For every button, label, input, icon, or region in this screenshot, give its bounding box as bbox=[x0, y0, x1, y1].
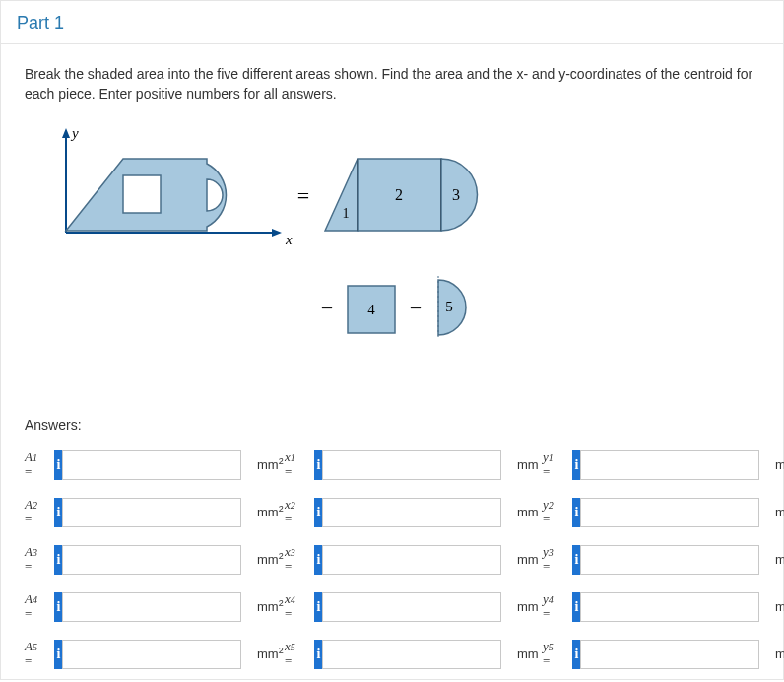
area-input-2[interactable] bbox=[62, 498, 241, 527]
x-input-group-2: i bbox=[314, 498, 501, 527]
area-input-group-4: i bbox=[54, 592, 241, 622]
x-label-3: x3= bbox=[285, 545, 314, 574]
info-icon[interactable]: i bbox=[314, 545, 322, 575]
info-icon[interactable]: i bbox=[572, 450, 580, 480]
info-icon[interactable]: i bbox=[314, 640, 322, 669]
svg-marker-3 bbox=[272, 229, 282, 237]
area-unit: mm2 bbox=[251, 551, 285, 567]
y-input-group-1: i bbox=[572, 450, 759, 480]
x-input-3[interactable] bbox=[322, 545, 501, 575]
x-label-2: x2= bbox=[285, 498, 314, 526]
y-input-2[interactable] bbox=[580, 498, 759, 527]
y-input-3[interactable] bbox=[580, 545, 759, 575]
x-input-1[interactable] bbox=[322, 450, 501, 480]
area-label-5: A5= bbox=[25, 640, 54, 668]
info-icon[interactable]: i bbox=[54, 592, 62, 622]
part-title: Part 1 bbox=[17, 13, 64, 33]
area-unit: mm2 bbox=[251, 598, 285, 614]
area-unit: mm2 bbox=[251, 456, 285, 472]
svg-marker-1 bbox=[62, 128, 70, 138]
info-icon[interactable]: i bbox=[314, 592, 322, 622]
x-unit: mm bbox=[511, 552, 543, 567]
info-icon[interactable]: i bbox=[572, 592, 580, 622]
answers-heading: Answers: bbox=[25, 417, 759, 433]
area-input-1[interactable] bbox=[62, 450, 241, 480]
x-input-group-4: i bbox=[314, 592, 501, 622]
x-unit: mm bbox=[511, 505, 543, 519]
info-icon[interactable]: i bbox=[572, 545, 580, 575]
x-input-4[interactable] bbox=[322, 592, 501, 622]
x-input-5[interactable] bbox=[322, 640, 501, 669]
info-icon[interactable]: i bbox=[314, 498, 322, 527]
area-input-group-3: i bbox=[54, 545, 241, 575]
info-icon[interactable]: i bbox=[54, 640, 62, 669]
x-input-group-3: i bbox=[314, 545, 501, 575]
y-input-1[interactable] bbox=[580, 450, 759, 480]
answer-grid: A1=imm2x1=immy1=immA2=imm2x2=immy2=immA3… bbox=[25, 450, 759, 669]
area-input-group-2: i bbox=[54, 498, 241, 527]
y-input-group-3: i bbox=[572, 545, 759, 575]
minus-1: – bbox=[321, 296, 333, 317]
y-label-2: y2= bbox=[543, 498, 572, 526]
y-input-group-2: i bbox=[572, 498, 759, 527]
x-input-group-5: i bbox=[314, 640, 501, 669]
y-unit: mm bbox=[769, 552, 784, 567]
piece-5-label: 5 bbox=[445, 299, 453, 314]
area-unit: mm2 bbox=[251, 504, 285, 519]
instructions-text: Break the shaded area into the five diff… bbox=[25, 64, 759, 104]
part-header: Part 1 bbox=[1, 1, 783, 44]
y-input-group-4: i bbox=[572, 592, 759, 622]
x-unit: mm bbox=[511, 457, 543, 472]
y-label-1: y1= bbox=[543, 450, 572, 479]
x-label-1: x1= bbox=[285, 450, 314, 479]
y-unit: mm bbox=[769, 505, 784, 519]
area-input-3[interactable] bbox=[62, 545, 241, 575]
area-input-group-5: i bbox=[54, 640, 241, 669]
info-icon[interactable]: i bbox=[54, 498, 62, 527]
info-icon[interactable]: i bbox=[572, 640, 580, 669]
piece-4-label: 4 bbox=[367, 302, 375, 317]
info-icon[interactable]: i bbox=[54, 545, 62, 575]
y-unit: mm bbox=[769, 599, 784, 614]
part-container: Part 1 Break the shaded area into the fi… bbox=[0, 0, 784, 680]
y-input-group-5: i bbox=[572, 640, 759, 669]
info-icon[interactable]: i bbox=[54, 450, 62, 480]
y-unit: mm bbox=[769, 457, 784, 472]
piece-1-label: 1 bbox=[343, 206, 350, 221]
piece-3-label: 3 bbox=[452, 186, 460, 203]
svg-rect-4 bbox=[123, 175, 161, 213]
y-axis-label: y bbox=[70, 125, 79, 141]
x-unit: mm bbox=[511, 599, 543, 614]
composite-shape: y x bbox=[62, 125, 293, 247]
y-label-4: y4= bbox=[543, 592, 572, 621]
diagram: y x = bbox=[44, 124, 759, 393]
diagram-svg: y x = bbox=[44, 124, 517, 390]
x-axis-label: x bbox=[285, 232, 293, 247]
area-input-group-1: i bbox=[54, 450, 241, 480]
info-icon[interactable]: i bbox=[314, 450, 322, 480]
y-input-5[interactable] bbox=[580, 640, 759, 669]
area-input-4[interactable] bbox=[62, 592, 241, 622]
y-label-5: y5= bbox=[543, 640, 572, 668]
x-label-4: x4= bbox=[285, 592, 314, 621]
info-icon[interactable]: i bbox=[572, 498, 580, 527]
y-label-3: y3= bbox=[543, 545, 572, 574]
area-label-3: A3= bbox=[25, 545, 54, 574]
body-section: Break the shaded area into the five diff… bbox=[1, 44, 783, 679]
y-unit: mm bbox=[769, 647, 784, 661]
minus-2: – bbox=[410, 296, 422, 317]
equals-sign: = bbox=[297, 183, 309, 208]
area-unit: mm2 bbox=[251, 646, 285, 661]
area-input-5[interactable] bbox=[62, 640, 241, 669]
x-input-group-1: i bbox=[314, 450, 501, 480]
x-unit: mm bbox=[511, 647, 543, 661]
x-input-2[interactable] bbox=[322, 498, 501, 527]
piece-2-label: 2 bbox=[395, 186, 403, 203]
area-label-2: A2= bbox=[25, 498, 54, 526]
area-label-4: A4= bbox=[25, 592, 54, 621]
y-input-4[interactable] bbox=[580, 592, 759, 622]
x-label-5: x5= bbox=[285, 640, 314, 668]
area-label-1: A1= bbox=[25, 450, 54, 479]
